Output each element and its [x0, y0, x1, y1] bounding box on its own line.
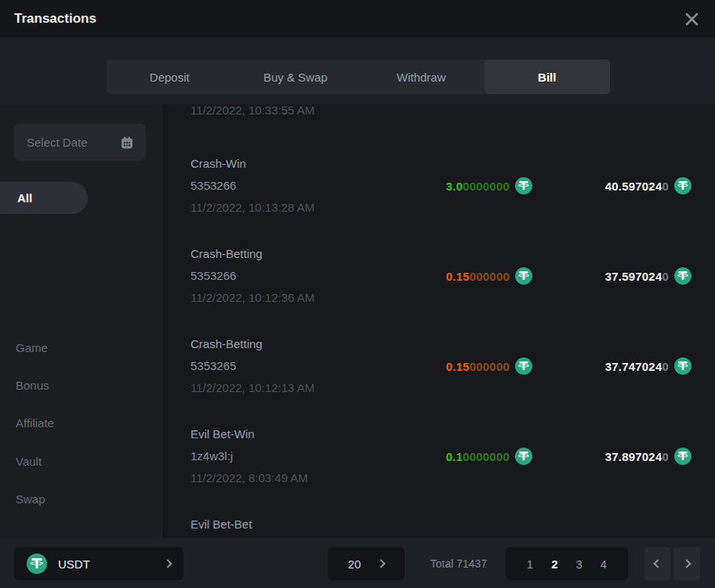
total-count: Total 71437 [416, 547, 502, 580]
transaction-title: Crash-Win [191, 153, 715, 175]
table-row: 11/2/2022, 10:33:55 AM [191, 104, 715, 122]
page-title: Transactions [14, 11, 96, 27]
transaction-list[interactable]: 11/2/2022, 10:33:55 AM Crash-Win 5353266… [163, 104, 715, 538]
transaction-balance: 37.8970240 [605, 445, 691, 467]
close-icon [685, 13, 699, 26]
tab-buy-swap[interactable]: Buy & Swap [233, 60, 359, 94]
tether-icon [515, 267, 532, 285]
transaction-amount: 3.00000000 [446, 175, 532, 197]
sidebar-item-label: Swap [16, 492, 45, 506]
tether-icon [515, 177, 532, 194]
tether-icon [674, 177, 691, 194]
amount-main: 0.1 [446, 450, 463, 463]
tab-bill[interactable]: Bill [485, 60, 611, 94]
amount-main: 0.15 [446, 360, 470, 373]
page-2[interactable]: 2 [551, 557, 557, 571]
tether-icon [515, 358, 532, 375]
transaction-amount: 0.15000000 [446, 355, 532, 377]
page-4[interactable]: 4 [601, 557, 607, 571]
tether-icon [674, 358, 691, 375]
chevron-right-icon [163, 559, 172, 568]
table-row: Evil Bet-Bet [191, 514, 715, 538]
amount-dim: 0000000 [463, 180, 510, 193]
balance-dim: 0 [662, 450, 669, 463]
balance-main: 37.597024 [605, 270, 662, 283]
sidebar-item-label: Game [16, 341, 48, 354]
sidebar-item-bonus[interactable]: Bonus [16, 379, 49, 394]
currency-selector[interactable]: USDT [14, 547, 183, 580]
sidebar-item-affiliate[interactable]: Affiliate [16, 416, 54, 432]
page-1[interactable]: 1 [527, 557, 533, 571]
currency-label: USDT [58, 557, 165, 571]
sidebar-item-label: Bonus [16, 379, 49, 392]
transaction-time: 11/2/2022, 10:12:36 AM [191, 287, 715, 309]
tether-icon [674, 448, 691, 465]
modal-header: Transactions [0, 0, 715, 38]
transaction-time: 11/2/2022, 10:12:13 AM [191, 377, 715, 399]
tether-icon [27, 554, 47, 574]
amount-main: 0.15 [446, 270, 470, 283]
balance-dim: 0 [662, 360, 669, 373]
chevron-left-icon [653, 559, 662, 568]
amount-main: 3.0 [446, 180, 463, 193]
sidebar-item-all[interactable]: All [0, 182, 88, 214]
sidebar-item-label: Affiliate [16, 416, 54, 430]
modal-footer: USDT 20 Total 71437 1 2 3 4 [0, 538, 715, 588]
tab-label: Withdraw [397, 71, 446, 84]
balance-dim: 0 [662, 180, 669, 193]
chevron-right-icon [377, 559, 386, 568]
calendar-icon [119, 135, 135, 151]
tab-bar: Deposit Buy & Swap Withdraw Bill [107, 60, 610, 94]
transaction-balance: 40.5970240 [605, 175, 691, 197]
balance-main: 40.597024 [605, 180, 662, 193]
transaction-balance: 37.7470240 [605, 355, 691, 377]
sidebar-item-label: Vault [16, 455, 42, 468]
tether-icon [515, 448, 532, 465]
table-row: Crash-Betting 5353265 11/2/2022, 10:12:1… [191, 333, 715, 399]
sidebar-item-game[interactable]: Game [16, 341, 48, 357]
amount-dim: 000000 [470, 270, 510, 283]
transaction-title: Crash-Betting [191, 333, 715, 355]
next-page-button[interactable] [673, 547, 700, 580]
page-size-value: 20 [348, 557, 361, 571]
table-row: Evil Bet-Win 1z4w3l:j 11/2/2022, 8:03:49… [191, 423, 715, 489]
tab-withdraw[interactable]: Withdraw [358, 60, 485, 94]
close-button[interactable] [682, 9, 701, 28]
tab-label: Bill [538, 71, 556, 84]
transaction-time: 11/2/2022, 8:03:49 AM [191, 467, 715, 489]
date-picker-placeholder: Select Date [27, 136, 88, 149]
prev-page-button[interactable] [644, 547, 671, 580]
transaction-title: Evil Bet-Win [191, 423, 715, 445]
transaction-amount: 0.15000000 [446, 265, 532, 287]
filter-sidebar: Select Date All Game Bonus Affiliate Vau… [0, 104, 162, 538]
transaction-title: Crash-Betting [191, 243, 715, 265]
sidebar-item-vault[interactable]: Vault [16, 455, 42, 470]
transaction-time: 11/2/2022, 10:13:28 AM [191, 197, 715, 219]
balance-main: 37.897024 [605, 450, 662, 463]
pagination: 1 2 3 4 [506, 547, 628, 580]
chevron-right-icon [682, 559, 691, 568]
transaction-title: Evil Bet-Bet [191, 514, 715, 535]
tab-deposit[interactable]: Deposit [107, 60, 233, 94]
transaction-amount: 0.10000000 [446, 445, 532, 467]
table-row: Crash-Win 5353266 11/2/2022, 10:13:28 AM… [191, 153, 715, 219]
tab-label: Buy & Swap [263, 71, 328, 84]
amount-dim: 0000000 [463, 450, 510, 463]
transactions-modal: Transactions Deposit Buy & Swap Withdraw… [0, 0, 715, 588]
tether-icon [674, 267, 691, 285]
sidebar-item-label: All [17, 191, 32, 205]
page-size-selector[interactable]: 20 [328, 547, 405, 580]
amount-dim: 000000 [470, 360, 510, 373]
sidebar-item-swap[interactable]: Swap [16, 492, 45, 508]
balance-main: 37.747024 [605, 360, 662, 373]
transaction-time: 11/2/2022, 10:33:55 AM [191, 104, 715, 122]
transaction-balance: 37.5970240 [605, 265, 691, 287]
page-3[interactable]: 3 [576, 557, 583, 571]
balance-dim: 0 [662, 270, 669, 283]
tab-label: Deposit [150, 71, 190, 84]
date-picker[interactable]: Select Date [14, 124, 146, 161]
table-row: Crash-Betting 5353266 11/2/2022, 10:12:3… [191, 243, 715, 309]
